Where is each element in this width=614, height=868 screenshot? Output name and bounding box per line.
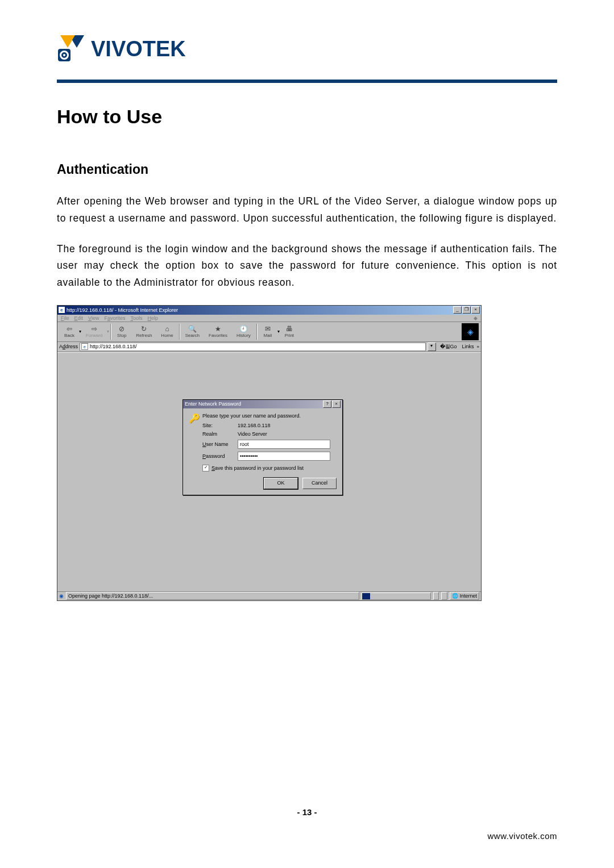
search-icon: 🔍 [187,325,197,333]
toolbar-print[interactable]: 🖶 Print [280,325,299,338]
toolbar-mail[interactable]: ✉ Mail [258,325,277,338]
ie-statusbar: ◉ Opening page http://192.168.0.118/... … [57,591,481,600]
ie-app-icon: e [59,307,65,313]
back-arrow-icon: ⇦ [64,325,74,333]
username-input[interactable]: root [238,440,330,449]
logo-mark-icon [57,34,88,64]
menu-tools[interactable]: Tools [130,315,142,321]
menu-favorites[interactable]: Favorites [104,315,125,321]
go-button[interactable]: �필Go [438,343,459,350]
paragraph-2: The foreground is the login window and t… [57,241,557,291]
status-pane [441,592,447,600]
password-label: Password [202,453,238,459]
toolbar-back[interactable]: ⇦ Back [60,325,79,338]
address-dropdown[interactable]: ▾ [428,343,436,351]
realm-label: Realm [202,431,238,437]
globe-icon: 🌐 [452,593,458,599]
dialog-titlebar: Enter Network Password ? × [183,400,342,408]
dialog-help-button[interactable]: ? [323,400,331,408]
ie-addressbar: Address e http://192.168.0.118/ ▾ �필Go L… [57,342,481,352]
svg-marker-1 [60,35,75,48]
paragraph-1: After opening the Web browser and typing… [57,193,557,227]
toolbar-forward[interactable]: ⇨ Forward [81,325,107,338]
toolbar-search[interactable]: 🔍 Search [181,325,204,338]
home-icon: ⌂ [162,325,172,333]
cancel-button[interactable]: Cancel [302,478,337,489]
page-icon: e [81,343,88,350]
ie-menubar: File Edit View Favorites Tools Help ◆ [57,315,481,322]
dialog-title: Enter Network Password [185,401,323,407]
maximize-button[interactable]: ❐ [462,306,471,314]
password-input[interactable]: •••••••••• [238,452,330,461]
username-label: User Name [202,441,238,447]
header-divider [57,80,557,83]
forward-arrow-icon: ⇨ [89,325,99,333]
refresh-icon: ↻ [139,325,149,333]
save-password-label: Save this password in your password list [211,465,304,471]
toolbar-stop[interactable]: ⊘ Stop [112,325,131,338]
menu-help[interactable]: Help [147,315,158,321]
ie-window: e http://192.168.0.118/ - Microsoft Inte… [57,305,482,601]
toolbar-refresh[interactable]: ↻ Refresh [131,325,156,338]
minimize-button[interactable]: _ [453,306,462,314]
ie-throbber-icon: ◆ [474,315,478,321]
menu-edit[interactable]: Edit [74,315,84,321]
address-input[interactable]: e http://192.168.0.118/ [80,343,425,351]
stop-icon: ⊘ [117,325,127,333]
login-dialog: Enter Network Password ? × 🔑 Please type… [182,399,343,495]
embedded-screenshot: e http://192.168.0.118/ - Microsoft Inte… [57,305,480,601]
close-button[interactable]: × [471,306,480,314]
site-value: 192.168.0.118 [238,423,337,428]
status-text: Opening page http://192.168.0.118/... [66,592,359,600]
save-password-checkbox[interactable]: ✓ [202,465,209,471]
toolbar-history[interactable]: 🕘 History [232,325,255,338]
print-icon: 🖶 [284,325,294,333]
page-number: - 13 - [0,807,614,817]
site-label: Site: [202,423,238,428]
mail-icon: ✉ [263,325,273,333]
ie-brand-icon: ◈ [462,323,479,340]
status-pane [433,592,439,600]
dialog-prompt: Please type your user name and password. [202,413,337,419]
toolbar-favorites[interactable]: ★ Favorites [204,325,232,338]
menu-file[interactable]: File [61,315,69,321]
section-title: Authentication [57,162,557,177]
ie-toolbar: ⇦ Back ▾ ⇨ Forward ▾ ⊘ Stop ↻ Refresh [57,322,481,342]
links-chevron-icon[interactable]: » [477,344,479,349]
menu-view[interactable]: View [88,315,99,321]
links-label[interactable]: Links [461,344,475,349]
zone-indicator: 🌐 Internet [450,592,479,600]
status-page-icon: ◉ [59,593,64,599]
progress-fill [362,593,370,599]
ie-viewport: Enter Network Password ? × 🔑 Please type… [57,352,481,591]
keys-icon: 🔑 [189,413,202,424]
ie-title-text: http://192.168.0.118/ - Microsoft Intern… [67,307,453,313]
address-label: Address [59,344,78,349]
svg-point-4 [63,54,65,56]
favorites-icon: ★ [213,325,223,333]
history-icon: 🕘 [238,325,248,333]
ie-titlebar: e http://192.168.0.118/ - Microsoft Inte… [57,306,481,315]
dialog-close-button[interactable]: × [332,400,341,408]
ok-button[interactable]: OK [264,478,298,489]
toolbar-home[interactable]: ⌂ Home [156,325,177,338]
brand-logo: VIVOTEK [57,34,557,64]
footer-url: www.vivotek.com [487,831,557,841]
logo-wordmark: VIVOTEK [91,37,186,61]
page-title: How to Use [57,106,557,128]
realm-value: Video Server [238,431,337,437]
progress-bar [362,592,431,600]
